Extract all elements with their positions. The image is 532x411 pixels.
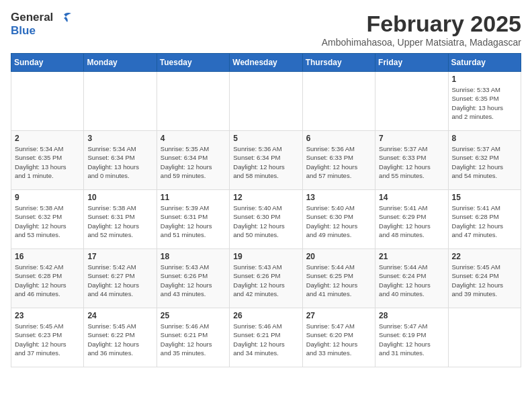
day-info: Sunrise: 5:46 AM Sunset: 6:21 PM Dayligh… <box>161 322 226 357</box>
calendar-cell <box>84 72 157 131</box>
day-info: Sunrise: 5:44 AM Sunset: 6:24 PM Dayligh… <box>379 263 444 298</box>
day-info: Sunrise: 5:38 AM Sunset: 6:32 PM Dayligh… <box>15 203 80 239</box>
calendar-cell: 28Sunrise: 5:47 AM Sunset: 6:19 PM Dayli… <box>375 308 448 367</box>
day-number: 24 <box>87 311 152 320</box>
calendar-cell: 21Sunrise: 5:44 AM Sunset: 6:24 PM Dayli… <box>375 249 448 308</box>
calendar-cell: 4Sunrise: 5:35 AM Sunset: 6:34 PM Daylig… <box>157 131 229 190</box>
day-number: 8 <box>452 134 517 143</box>
day-info: Sunrise: 5:45 AM Sunset: 6:24 PM Dayligh… <box>452 263 517 298</box>
calendar-cell: 8Sunrise: 5:37 AM Sunset: 6:32 PM Daylig… <box>448 131 521 190</box>
day-number: 21 <box>379 252 444 261</box>
day-number: 6 <box>306 134 371 143</box>
calendar-cell: 12Sunrise: 5:40 AM Sunset: 6:30 PM Dayli… <box>230 190 302 249</box>
calendar-cell <box>11 72 84 131</box>
calendar-header-saturday: Saturday <box>448 54 521 72</box>
day-info: Sunrise: 5:47 AM Sunset: 6:20 PM Dayligh… <box>306 322 371 357</box>
calendar-cell <box>448 308 521 367</box>
day-number: 12 <box>233 193 298 202</box>
day-info: Sunrise: 5:45 AM Sunset: 6:22 PM Dayligh… <box>87 322 152 357</box>
calendar-cell <box>157 72 229 131</box>
day-number: 9 <box>15 193 80 202</box>
day-info: Sunrise: 5:34 AM Sunset: 6:35 PM Dayligh… <box>15 144 80 180</box>
day-info: Sunrise: 5:47 AM Sunset: 6:19 PM Dayligh… <box>379 322 444 357</box>
day-number: 1 <box>452 75 517 84</box>
calendar-cell <box>230 72 302 131</box>
calendar-cell: 18Sunrise: 5:43 AM Sunset: 6:26 PM Dayli… <box>157 249 229 308</box>
day-number: 3 <box>87 134 152 143</box>
day-info: Sunrise: 5:33 AM Sunset: 6:35 PM Dayligh… <box>452 85 517 121</box>
subtitle: Ambohimahasoa, Upper Matsiatra, Madagasc… <box>322 37 521 48</box>
calendar-header-friday: Friday <box>375 54 448 72</box>
logo: General Blue <box>11 11 71 37</box>
calendar-cell: 5Sunrise: 5:36 AM Sunset: 6:34 PM Daylig… <box>230 131 302 190</box>
logo-general: General <box>11 11 53 24</box>
calendar-cell: 24Sunrise: 5:45 AM Sunset: 6:22 PM Dayli… <box>84 308 157 367</box>
day-number: 7 <box>379 134 444 143</box>
calendar-cell: 6Sunrise: 5:36 AM Sunset: 6:33 PM Daylig… <box>302 131 375 190</box>
day-info: Sunrise: 5:41 AM Sunset: 6:28 PM Dayligh… <box>452 203 517 239</box>
day-number: 4 <box>161 134 226 143</box>
calendar-cell: 10Sunrise: 5:38 AM Sunset: 6:31 PM Dayli… <box>84 190 157 249</box>
day-number: 23 <box>15 311 80 320</box>
calendar-cell: 11Sunrise: 5:39 AM Sunset: 6:31 PM Dayli… <box>157 190 229 249</box>
day-info: Sunrise: 5:38 AM Sunset: 6:31 PM Dayligh… <box>87 203 152 239</box>
calendar-cell <box>302 72 375 131</box>
day-info: Sunrise: 5:37 AM Sunset: 6:32 PM Dayligh… <box>452 144 517 180</box>
calendar-cell: 9Sunrise: 5:38 AM Sunset: 6:32 PM Daylig… <box>11 190 84 249</box>
day-info: Sunrise: 5:37 AM Sunset: 6:33 PM Dayligh… <box>379 144 444 180</box>
day-number: 25 <box>161 311 226 320</box>
calendar-cell: 16Sunrise: 5:42 AM Sunset: 6:28 PM Dayli… <box>11 249 84 308</box>
main-title: February 2025 <box>322 11 521 37</box>
calendar-cell: 19Sunrise: 5:43 AM Sunset: 6:26 PM Dayli… <box>230 249 302 308</box>
day-number: 5 <box>233 134 298 143</box>
calendar-cell: 27Sunrise: 5:47 AM Sunset: 6:20 PM Dayli… <box>302 308 375 367</box>
day-info: Sunrise: 5:41 AM Sunset: 6:29 PM Dayligh… <box>379 203 444 239</box>
day-info: Sunrise: 5:40 AM Sunset: 6:30 PM Dayligh… <box>306 203 371 239</box>
day-info: Sunrise: 5:39 AM Sunset: 6:31 PM Dayligh… <box>161 203 226 239</box>
calendar-header-wednesday: Wednesday <box>230 54 302 72</box>
logo-bird-icon <box>56 12 71 24</box>
day-number: 2 <box>15 134 80 143</box>
calendar-cell: 26Sunrise: 5:46 AM Sunset: 6:21 PM Dayli… <box>230 308 302 367</box>
calendar-cell: 22Sunrise: 5:45 AM Sunset: 6:24 PM Dayli… <box>448 249 521 308</box>
calendar-cell: 1Sunrise: 5:33 AM Sunset: 6:35 PM Daylig… <box>448 72 521 131</box>
calendar-cell: 2Sunrise: 5:34 AM Sunset: 6:35 PM Daylig… <box>11 131 84 190</box>
day-info: Sunrise: 5:36 AM Sunset: 6:34 PM Dayligh… <box>233 144 298 180</box>
day-info: Sunrise: 5:40 AM Sunset: 6:30 PM Dayligh… <box>233 203 298 239</box>
title-section: February 2025 Ambohimahasoa, Upper Matsi… <box>322 11 521 48</box>
day-info: Sunrise: 5:35 AM Sunset: 6:34 PM Dayligh… <box>161 144 226 180</box>
day-number: 17 <box>87 252 152 261</box>
calendar-header-thursday: Thursday <box>302 54 375 72</box>
calendar-cell <box>375 72 448 131</box>
day-number: 20 <box>306 252 371 261</box>
day-number: 28 <box>379 311 444 320</box>
calendar-header-tuesday: Tuesday <box>157 54 229 72</box>
day-info: Sunrise: 5:43 AM Sunset: 6:26 PM Dayligh… <box>161 263 226 298</box>
calendar-cell: 25Sunrise: 5:46 AM Sunset: 6:21 PM Dayli… <box>157 308 229 367</box>
day-number: 13 <box>306 193 371 202</box>
logo-blue: Blue <box>11 24 36 37</box>
day-info: Sunrise: 5:44 AM Sunset: 6:25 PM Dayligh… <box>306 263 371 298</box>
calendar-header-sunday: Sunday <box>11 54 84 72</box>
day-number: 26 <box>233 311 298 320</box>
day-number: 10 <box>87 193 152 202</box>
calendar-cell: 23Sunrise: 5:45 AM Sunset: 6:23 PM Dayli… <box>11 308 84 367</box>
calendar-cell: 15Sunrise: 5:41 AM Sunset: 6:28 PM Dayli… <box>448 190 521 249</box>
calendar-cell: 20Sunrise: 5:44 AM Sunset: 6:25 PM Dayli… <box>302 249 375 308</box>
calendar-cell: 3Sunrise: 5:34 AM Sunset: 6:34 PM Daylig… <box>84 131 157 190</box>
day-info: Sunrise: 5:42 AM Sunset: 6:28 PM Dayligh… <box>15 263 80 298</box>
day-info: Sunrise: 5:45 AM Sunset: 6:23 PM Dayligh… <box>15 322 80 357</box>
day-number: 16 <box>15 252 80 261</box>
day-info: Sunrise: 5:34 AM Sunset: 6:34 PM Dayligh… <box>87 144 152 180</box>
day-info: Sunrise: 5:36 AM Sunset: 6:33 PM Dayligh… <box>306 144 371 180</box>
calendar-cell: 7Sunrise: 5:37 AM Sunset: 6:33 PM Daylig… <box>375 131 448 190</box>
day-number: 11 <box>161 193 226 202</box>
day-info: Sunrise: 5:46 AM Sunset: 6:21 PM Dayligh… <box>233 322 298 357</box>
calendar-header-monday: Monday <box>84 54 157 72</box>
calendar-cell: 13Sunrise: 5:40 AM Sunset: 6:30 PM Dayli… <box>302 190 375 249</box>
day-info: Sunrise: 5:42 AM Sunset: 6:27 PM Dayligh… <box>87 263 152 298</box>
day-number: 14 <box>379 193 444 202</box>
calendar-cell: 14Sunrise: 5:41 AM Sunset: 6:29 PM Dayli… <box>375 190 448 249</box>
day-number: 15 <box>452 193 517 202</box>
day-number: 27 <box>306 311 371 320</box>
